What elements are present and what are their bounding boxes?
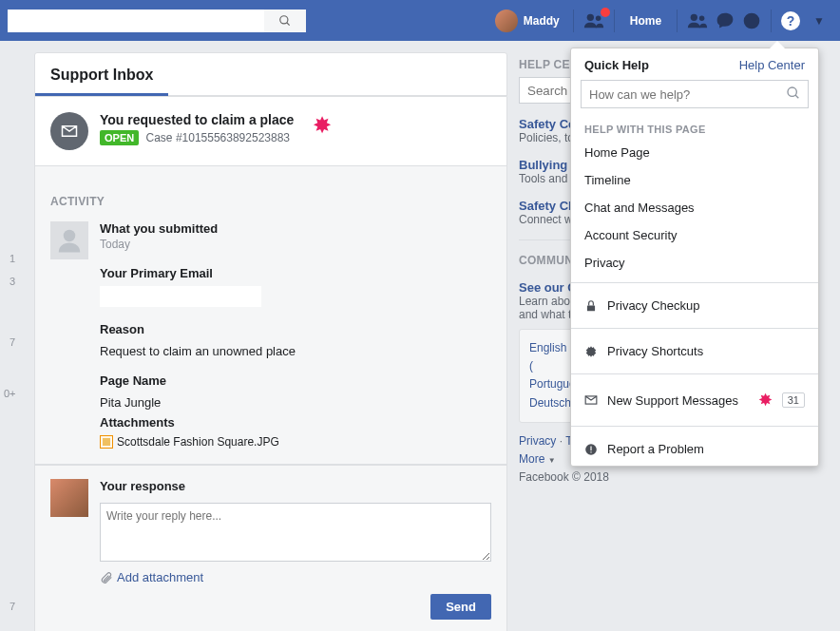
help-item-timeline[interactable]: Timeline	[571, 166, 818, 194]
svg-rect-14	[590, 446, 591, 450]
new-support-messages-link[interactable]: New Support Messages ✸ 31	[571, 380, 818, 420]
notification-dot	[601, 8, 610, 17]
global-search-input[interactable]	[8, 10, 264, 32]
attachments-label: Attachments	[100, 415, 491, 430]
submitted-time: Today	[100, 238, 491, 251]
warning-icon	[584, 443, 598, 456]
svg-point-5	[699, 15, 705, 21]
question-icon: ?	[781, 11, 800, 30]
reason-value: Request to claim an unowned place	[100, 344, 491, 358]
search-button[interactable]	[264, 10, 306, 32]
user-avatar	[50, 479, 88, 517]
left-rail: 1 3 7 0+ 7	[0, 247, 19, 618]
avatar	[495, 10, 518, 32]
messenger-icon[interactable]	[716, 11, 735, 30]
attachment-filename[interactable]: Scottsdale Fashion Square.JPG	[117, 435, 279, 449]
main-content: Support Inbox You requested to claim a p…	[34, 52, 507, 631]
help-item-chat[interactable]: Chat and Messages	[571, 194, 818, 221]
svg-point-4	[691, 13, 697, 20]
report-problem-link[interactable]: Report a Problem	[571, 432, 818, 466]
highlight-starburst-icon: ✸	[313, 112, 332, 139]
mail-icon	[50, 112, 88, 150]
add-attachment-link[interactable]: Add attachment	[100, 570, 491, 584]
page-title: Support Inbox	[35, 53, 168, 96]
highlight-starburst-icon: ✸	[758, 390, 773, 411]
quick-help-dropdown: Quick Help Help Center HELP WITH THIS PA…	[570, 48, 819, 467]
case-title: You requested to claim a place	[100, 112, 294, 127]
case-card: You requested to claim a place OPEN Case…	[34, 97, 507, 166]
placeholder-avatar	[50, 221, 88, 259]
email-label: Your Primary Email	[100, 266, 491, 280]
svg-point-7	[64, 230, 76, 242]
svg-rect-15	[590, 451, 591, 452]
mail-icon	[584, 394, 598, 406]
faq-search-input[interactable]	[519, 77, 576, 104]
help-item-privacy[interactable]: Privacy	[571, 249, 818, 277]
svg-point-3	[596, 15, 601, 21]
svg-line-1	[287, 22, 290, 25]
help-item-home[interactable]: Home Page	[571, 139, 818, 166]
privacy-shortcuts-link[interactable]: Privacy Shortcuts	[571, 335, 818, 368]
language-selector[interactable]: English ( Portuguê Deutsch	[519, 329, 576, 423]
help-item-security[interactable]: Account Security	[571, 221, 818, 249]
status-badge: OPEN	[100, 130, 139, 145]
friends-icon[interactable]	[687, 10, 708, 31]
lock-icon	[584, 299, 598, 313]
message-count-badge: 31	[782, 392, 805, 408]
page-name-label: Page Name	[100, 373, 491, 388]
response-section: Your response Add attachment Send	[34, 465, 507, 631]
activity-header: ACTIVITY	[50, 182, 491, 221]
user-profile-link[interactable]: Maddy	[486, 10, 569, 32]
footer-privacy[interactable]: Privacy	[519, 434, 556, 448]
home-link[interactable]: Home	[619, 14, 673, 28]
globe-icon[interactable]	[742, 11, 761, 30]
svg-rect-10	[587, 305, 595, 311]
response-heading: Your response	[100, 479, 491, 493]
email-value	[100, 286, 261, 307]
gear-icon	[584, 345, 598, 358]
dropdown-pointer	[770, 41, 785, 48]
help-button[interactable]: ?	[775, 11, 806, 30]
page-name-value: Pita Jungle	[100, 395, 491, 410]
reason-label: Reason	[100, 322, 491, 336]
help-section-header: HELP WITH THIS PAGE	[571, 116, 818, 139]
svg-point-8	[788, 87, 796, 96]
friend-requests-button[interactable]	[578, 10, 610, 31]
svg-point-6	[744, 12, 760, 29]
svg-line-9	[795, 95, 798, 98]
quick-help-title: Quick Help	[584, 58, 649, 72]
privacy-checkup-link[interactable]: Privacy Checkup	[571, 289, 818, 322]
case-id: Case #10155563892523883	[146, 131, 290, 144]
search-icon	[786, 86, 801, 101]
activity-section: ACTIVITY What you submitted Today Your P…	[34, 166, 507, 465]
image-file-icon	[100, 435, 113, 449]
footer-more[interactable]: More	[519, 452, 544, 466]
user-name: Maddy	[524, 14, 560, 28]
footer-copyright: Facebook © 2018	[519, 470, 609, 484]
search-icon	[278, 14, 292, 28]
submitted-heading: What you submitted	[100, 221, 491, 236]
send-button[interactable]: Send	[430, 594, 491, 620]
help-center-link[interactable]: Help Center	[739, 58, 805, 72]
reply-textarea[interactable]	[100, 503, 491, 562]
paperclip-icon	[100, 571, 113, 584]
svg-point-2	[586, 13, 593, 20]
account-dropdown-arrow[interactable]: ▼	[806, 14, 832, 28]
help-search-input[interactable]	[581, 80, 809, 108]
svg-point-0	[280, 15, 288, 23]
top-nav: Maddy Home ? ▼	[0, 0, 840, 41]
